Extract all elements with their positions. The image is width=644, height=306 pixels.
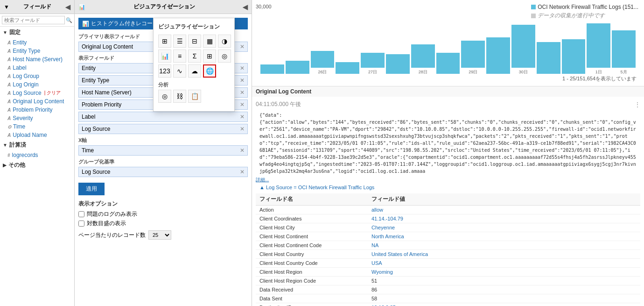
viz-btn-tiles[interactable]: ▦ xyxy=(203,35,216,48)
bar-12 xyxy=(537,42,560,74)
histogram-label: ヒストグラム付きレコード xyxy=(91,20,158,28)
viz-btn-list[interactable]: ☰ xyxy=(173,35,186,48)
viz-btn-table[interactable]: ⊞ xyxy=(158,35,171,48)
main-panel: 30,000 26日 27日 xyxy=(252,0,644,306)
log-row-timestamp: 04:11:05.000 午後 ⋮ xyxy=(256,100,640,108)
log-row-menu-icon[interactable]: ⋮ xyxy=(635,101,640,108)
other-section-toggle[interactable]: ▶ xyxy=(3,163,7,168)
viz-btn-pie[interactable]: ◑ xyxy=(218,35,231,48)
field-value-continent[interactable]: North America xyxy=(368,232,640,241)
viz-analysis-grid: ◎ ⛓ 📋 xyxy=(158,90,230,103)
bar-11 xyxy=(511,25,535,68)
legend-color-note xyxy=(531,14,536,18)
table-row: Data Received 86 xyxy=(256,285,640,294)
primary-field-remove-btn[interactable]: ✕ xyxy=(240,43,245,50)
field-value-city[interactable]: Cheyenne xyxy=(368,223,640,232)
bar-group-15: 5月 xyxy=(612,30,636,75)
log-source-link[interactable]: ▲ Log Source = OCI Network Firewall Traf… xyxy=(256,183,640,192)
viz-btn-hbar[interactable]: ≡ xyxy=(173,50,186,63)
field-item-upload-name[interactable]: A Upload Name xyxy=(0,131,74,139)
problem-only-checkbox-row: 問題のログのみ表示 xyxy=(78,210,248,218)
field-value-destination-ip[interactable]: 10.10.0.85 xyxy=(368,303,640,306)
viz-popup: ビジュアライゼーション ⊞ ☰ ⊟ ▦ ◑ 📊 ≡ Σ ⊞ ◎ 123 ∿ ☁ … xyxy=(153,18,235,112)
bar-8 xyxy=(436,53,460,74)
display-field-log-source-remove[interactable]: ✕ xyxy=(240,126,245,132)
log-scale-label: 対数目盛の表示 xyxy=(87,220,126,228)
field-value-region[interactable]: Wyoming xyxy=(368,268,640,277)
display-field-host-name-remove[interactable]: ✕ xyxy=(240,89,245,96)
fields-search-box: 🔍 xyxy=(0,14,74,27)
log-source-clear-link[interactable]: | クリア xyxy=(44,90,61,96)
fixed-section-header: ▼ 固定 xyxy=(0,27,74,38)
log-scale-checkbox[interactable] xyxy=(78,221,84,227)
table-row: Client Host Region Code 51 xyxy=(256,277,640,285)
per-page-row: ページ当たりのレコード数 25 50 100 xyxy=(78,230,248,240)
bar-3 xyxy=(311,51,335,68)
field-item-original-log-content[interactable]: A Original Log Content xyxy=(0,97,74,106)
table-row: Client Host Continent Code NA xyxy=(256,241,640,250)
viz-popup-title: ビジュアライゼーション xyxy=(158,23,230,31)
bar-group-5: 27日 xyxy=(361,53,385,75)
group-tag: Log Source ✕ xyxy=(78,167,248,177)
display-field-problem-priority-remove[interactable]: ✕ xyxy=(240,101,245,108)
fields-search-input[interactable] xyxy=(2,16,65,24)
viz-btn-target[interactable]: ◎ xyxy=(218,50,231,63)
log-more-link[interactable]: 詳細... xyxy=(256,177,269,182)
fixed-section-toggle[interactable]: ▼ xyxy=(3,30,7,35)
field-item-host-name[interactable]: A Host Name (Server) xyxy=(0,55,74,64)
field-item-entity[interactable]: A Entity xyxy=(0,38,74,47)
field-item-time[interactable]: ⊙ Time xyxy=(0,122,74,131)
apply-btn[interactable]: 適用 xyxy=(78,183,105,195)
bar-group-13 xyxy=(562,39,586,75)
field-value-continent-code[interactable]: NA xyxy=(368,241,640,250)
log-records-area: Original Log Content 04:11:05.000 午後 ⋮ {… xyxy=(252,86,644,306)
field-value-data-sent: 58 xyxy=(368,294,640,303)
fields-panel-collapse-btn[interactable]: ◀ xyxy=(65,3,70,11)
field-item-label[interactable]: A Label xyxy=(0,64,74,72)
field-value-country[interactable]: United States of America xyxy=(368,250,640,259)
calc-section-toggle[interactable]: ▼ xyxy=(3,142,7,148)
x-axis-remove-btn[interactable]: ✕ xyxy=(240,147,245,154)
bar-9 xyxy=(461,41,485,68)
chart-canvas: 26日 27日 28日 xyxy=(256,11,640,75)
field-item-log-source[interactable]: A Log Source | クリア xyxy=(0,89,74,97)
display-field-entity-remove[interactable]: ✕ xyxy=(240,65,245,71)
per-page-select[interactable]: 25 50 100 xyxy=(148,230,171,240)
chart-pagination: 1 - 25/151,654を表示しています xyxy=(256,75,640,82)
viz-btn-pivot[interactable]: ⊞ xyxy=(203,50,216,63)
field-item-log-group[interactable]: A Log Group xyxy=(0,72,74,80)
viz-btn-cloud[interactable]: ☁ xyxy=(188,64,201,78)
viz-panel-collapse-btn[interactable]: ◀ xyxy=(243,3,248,11)
field-item-log-origin[interactable]: A Log Origin xyxy=(0,80,74,89)
bar-5 xyxy=(361,53,385,68)
viz-btn-analysis-doc[interactable]: 📋 xyxy=(188,90,201,103)
viz-btn-sigma[interactable]: Σ xyxy=(188,50,201,63)
field-item-problem-priority[interactable]: A Problem Priority xyxy=(0,106,74,114)
field-value-action[interactable]: allow xyxy=(368,206,640,214)
field-value-data-received: 86 xyxy=(368,285,640,294)
problem-only-checkbox[interactable] xyxy=(78,211,84,217)
field-item-logrecords[interactable]: # logrecords xyxy=(0,151,74,159)
viz-btn-analysis-link[interactable]: ⛓ xyxy=(173,90,186,103)
fields-panel-title: フィールド xyxy=(23,3,51,11)
field-value-country-code[interactable]: USA xyxy=(368,259,640,268)
viz-analysis-label: 分析 xyxy=(158,81,230,88)
field-item-entity-type[interactable]: A Entity Type xyxy=(0,47,74,55)
viz-btn-line[interactable]: ∿ xyxy=(173,64,186,78)
bar-7 xyxy=(411,44,435,68)
log-row-1: 04:11:05.000 午後 ⋮ {"data": {"action":"al… xyxy=(252,99,644,306)
viz-btn-globe[interactable]: 🌐 xyxy=(203,64,216,78)
field-value-coordinates[interactable]: 41.14.-104.79 xyxy=(368,214,640,223)
bar-13 xyxy=(562,39,586,74)
display-field-entity-type-remove[interactable]: ✕ xyxy=(240,77,245,84)
display-field-label-remove[interactable]: ✕ xyxy=(240,114,245,120)
legend-text-main: OCI Network Firewall Traffic Logs (151..… xyxy=(538,4,638,10)
viz-btn-grid[interactable]: ⊟ xyxy=(188,35,201,48)
group-remove-btn[interactable]: ✕ xyxy=(240,169,245,175)
log-json-content: {"data": {"action":"allow","bytes":"144"… xyxy=(256,110,640,177)
viz-btn-analysis-circle[interactable]: ◎ xyxy=(158,90,171,103)
viz-btn-bar[interactable]: 📊 xyxy=(158,50,171,63)
viz-btn-number[interactable]: 123 xyxy=(158,64,171,78)
calc-section-header: ▼ 計算済 xyxy=(0,139,74,151)
field-item-severity[interactable]: A Severity xyxy=(0,114,74,122)
